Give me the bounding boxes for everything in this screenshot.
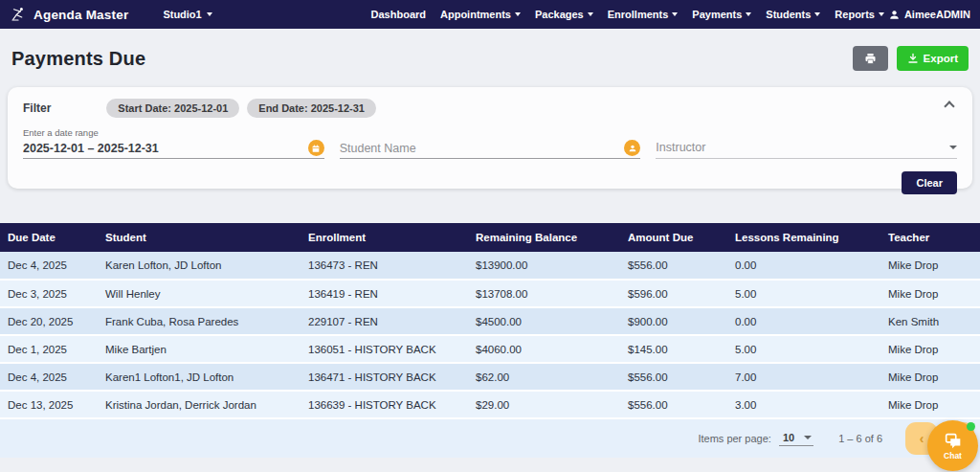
table-cell: $4500.00 xyxy=(468,307,620,335)
chevron-down-icon xyxy=(804,436,812,439)
nav-item-dashboard[interactable]: Dashboard xyxy=(371,9,426,20)
date-range-label: Enter a date range xyxy=(23,127,324,138)
paginator: Items per page: 10 1 – 6 of 6 ‹ › xyxy=(0,419,980,458)
table-cell: 229107 - REN xyxy=(301,307,468,335)
payments-table-wrap: Due DateStudentEnrollmentRemaining Balan… xyxy=(0,223,980,458)
table-cell: $556.00 xyxy=(620,363,727,391)
print-button[interactable] xyxy=(853,46,888,71)
filter-chips: Start Date: 2025-12-01End Date: 2025-12-… xyxy=(106,99,376,118)
table-row[interactable]: Dec 20, 2025Frank Cuba, Rosa Paredes2291… xyxy=(0,307,980,335)
table-cell: 7.00 xyxy=(727,363,880,391)
table-cell: $13900.00 xyxy=(468,252,620,280)
nav-item-payments[interactable]: Payments xyxy=(692,9,751,20)
table-cell: Dec 4, 2025 xyxy=(0,363,98,391)
chevron-down-icon xyxy=(879,12,884,16)
column-header: Student xyxy=(98,223,301,252)
studio-selector[interactable]: Studio1 xyxy=(163,9,212,20)
table-cell: Dec 1, 2025 xyxy=(0,335,98,363)
download-icon xyxy=(907,53,919,64)
column-header: Teacher xyxy=(880,223,980,252)
brand[interactable]: Agenda Master xyxy=(10,6,128,23)
date-range-input[interactable] xyxy=(23,142,308,155)
table-cell: Ken Smith xyxy=(880,307,980,335)
column-header: Remaining Balance xyxy=(468,223,620,252)
student-person-icon[interactable] xyxy=(624,140,640,156)
table-cell: Dec 20, 2025 xyxy=(0,307,98,335)
dancer-logo-icon xyxy=(10,6,27,23)
calendar-icon[interactable] xyxy=(308,140,324,156)
table-cell: 0.00 xyxy=(727,252,880,280)
table-row[interactable]: Dec 4, 2025Karen Lofton, JD Lofton136473… xyxy=(0,252,980,280)
chevron-down-icon xyxy=(814,12,820,16)
chevron-down-icon xyxy=(588,12,593,16)
instructor-select[interactable]: Instructor xyxy=(656,141,957,159)
table-cell: Frank Cuba, Rosa Paredes xyxy=(98,307,301,335)
nav-item-label: Appointments xyxy=(440,9,511,20)
student-name-input[interactable] xyxy=(340,142,625,155)
nav-item-appointments[interactable]: Appointments xyxy=(440,9,521,20)
chevron-down-icon xyxy=(515,12,521,16)
column-header: Due Date xyxy=(0,223,98,252)
chat-label: Chat xyxy=(944,451,962,461)
chat-notification-dot xyxy=(967,422,975,431)
table-row[interactable]: Dec 4, 2025Karen1 Lofton1, JD Lofton1364… xyxy=(0,363,980,391)
table-cell: 136419 - REN xyxy=(301,280,468,307)
brand-name: Agenda Master xyxy=(33,8,128,22)
clear-button[interactable]: Clear xyxy=(902,171,957,194)
nav-item-label: Enrollments xyxy=(608,9,669,20)
table-cell: Dec 3, 2025 xyxy=(0,280,98,307)
table-cell: Mike Drop xyxy=(880,363,980,391)
table-row[interactable]: Dec 3, 2025Will Henley136419 - REN$13708… xyxy=(0,280,980,307)
export-button[interactable]: Export xyxy=(897,46,969,71)
student-name-field xyxy=(340,140,641,159)
table-cell: Karen1 Lofton1, JD Lofton xyxy=(98,363,301,391)
user-menu[interactable]: AimeeADMIN xyxy=(888,9,970,21)
studio-label: Studio1 xyxy=(163,9,201,20)
table-row[interactable]: Dec 1, 2025Mike Bartjen136051 - HISTORY … xyxy=(0,335,980,363)
filter-bottom-row: Clear xyxy=(23,171,957,194)
items-per-page-value: 10 xyxy=(783,432,794,443)
table-cell: Kristina Jordan, Derrick Jordan xyxy=(98,391,301,418)
table-cell: Will Henley xyxy=(98,280,301,307)
filter-fields: Enter a date range xyxy=(23,127,957,159)
table-cell: 136639 - HISTORY BACK xyxy=(301,391,468,418)
table-cell: Karen Lofton, JD Lofton xyxy=(98,252,301,280)
table-row[interactable]: Dec 13, 2025Kristina Jordan, Derrick Jor… xyxy=(0,391,980,418)
user-icon xyxy=(888,9,901,21)
chevron-down-icon xyxy=(672,12,678,16)
items-per-page-select[interactable]: 10 xyxy=(779,431,813,446)
table-header-row: Due DateStudentEnrollmentRemaining Balan… xyxy=(0,223,980,252)
nav-item-packages[interactable]: Packages xyxy=(535,9,593,20)
nav-item-reports[interactable]: Reports xyxy=(835,9,884,20)
column-header: Amount Due xyxy=(620,223,727,252)
nav-menu: DashboardAppointmentsPackagesEnrollments… xyxy=(371,9,884,20)
page-range-label: 1 – 6 of 6 xyxy=(838,433,882,444)
date-range-field: Enter a date range xyxy=(23,127,324,159)
table-cell: 0.00 xyxy=(727,307,880,335)
table-cell: Mike Bartjen xyxy=(98,335,301,363)
table-cell: Mike Drop xyxy=(880,280,980,307)
top-navbar: Agenda Master Studio1 DashboardAppointme… xyxy=(0,0,980,29)
page-header: Payments Due Export xyxy=(0,29,980,84)
table-cell: $556.00 xyxy=(620,252,727,280)
user-name: AimeeADMIN xyxy=(904,9,970,20)
table-cell: $596.00 xyxy=(620,280,727,307)
table-cell: $900.00 xyxy=(620,307,727,335)
filter-chip[interactable]: Start Date: 2025-12-01 xyxy=(106,99,239,118)
nav-item-students[interactable]: Students xyxy=(766,9,820,20)
filter-panel: Filter Start Date: 2025-12-01End Date: 2… xyxy=(8,87,972,189)
table-cell: 5.00 xyxy=(727,280,880,307)
table-cell: Mike Drop xyxy=(880,391,980,418)
chat-button[interactable]: Chat xyxy=(927,420,978,471)
items-per-page-label: Items per page: xyxy=(698,433,770,444)
nav-item-label: Dashboard xyxy=(371,9,426,20)
payments-table: Due DateStudentEnrollmentRemaining Balan… xyxy=(0,223,980,419)
filter-chip[interactable]: End Date: 2025-12-31 xyxy=(247,99,376,118)
nav-item-enrollments[interactable]: Enrollments xyxy=(608,9,679,20)
chevron-down-icon xyxy=(949,146,957,149)
page-title: Payments Due xyxy=(11,48,145,70)
table-cell: $13708.00 xyxy=(468,280,620,307)
table-cell: $29.00 xyxy=(468,391,620,418)
instructor-placeholder: Instructor xyxy=(656,141,705,154)
nav-item-label: Packages xyxy=(535,9,584,20)
